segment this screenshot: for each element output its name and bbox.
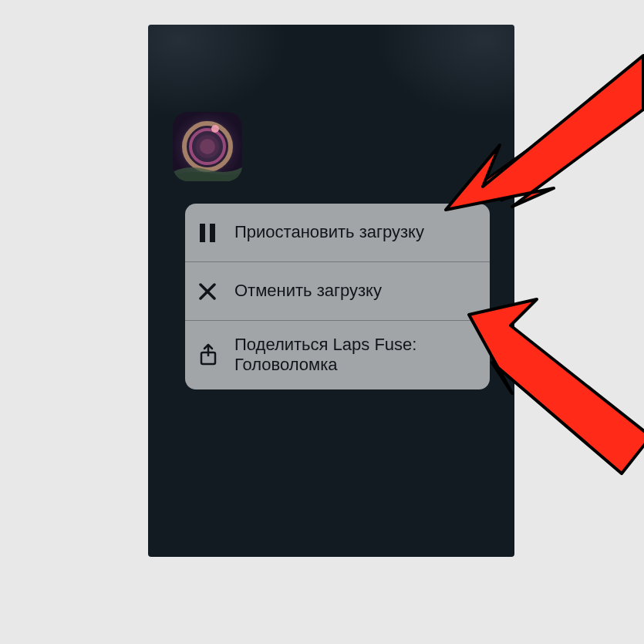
app-icon-graphic — [173, 112, 242, 181]
context-menu: Приостановить загрузку Отменить загрузку… — [185, 204, 490, 389]
svg-rect-7 — [200, 224, 205, 242]
menu-item-label: Поделиться Laps Fuse: Головоломка — [230, 335, 476, 376]
close-icon — [199, 283, 230, 300]
menu-item-share[interactable]: Поделиться Laps Fuse: Головоломка — [185, 321, 490, 389]
menu-item-cancel-download[interactable]: Отменить загрузку — [185, 262, 490, 321]
svg-marker-16 — [446, 56, 643, 210]
svg-point-6 — [211, 125, 219, 133]
svg-rect-8 — [210, 224, 215, 242]
pause-icon — [199, 224, 230, 242]
share-icon — [199, 343, 230, 366]
app-icon[interactable] — [173, 112, 242, 181]
annotation-arrow-2 — [463, 285, 644, 478]
svg-point-5 — [200, 139, 215, 154]
svg-marker-17 — [469, 299, 644, 474]
menu-item-label: Отменить загрузку — [230, 281, 476, 301]
annotation-arrow-1 — [440, 39, 644, 231]
